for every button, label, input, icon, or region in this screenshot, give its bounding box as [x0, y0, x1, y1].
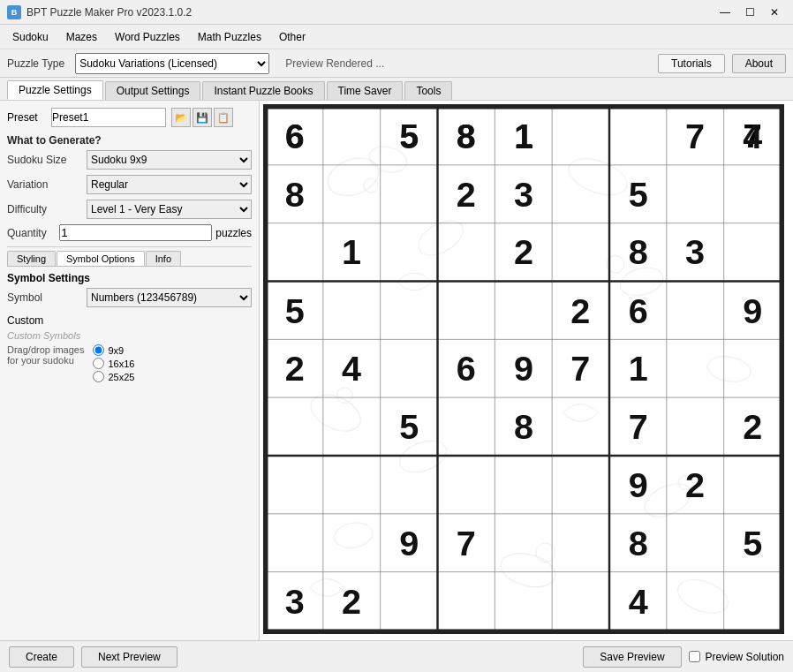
radio-input-16x16[interactable] — [93, 358, 104, 369]
svg-text:9: 9 — [399, 524, 419, 563]
svg-text:7: 7 — [629, 407, 648, 446]
svg-text:1: 1 — [629, 349, 648, 388]
tab-instant-puzzle-books[interactable]: Instant Puzzle Books — [202, 81, 324, 100]
variation-control: Regular — [87, 175, 252, 194]
radio-input-9x9[interactable] — [93, 344, 104, 356]
menu-mazes[interactable]: Mazes — [57, 27, 106, 47]
difficulty-control: Level 1 - Very Easy Level 2 - Easy Level… — [87, 200, 252, 219]
tab-time-saver[interactable]: Time Saver — [327, 81, 404, 100]
svg-text:3: 3 — [685, 232, 705, 271]
svg-text:4: 4 — [743, 117, 762, 155]
svg-text:5: 5 — [743, 524, 762, 563]
tab-puzzle-settings[interactable]: Puzzle Settings — [7, 80, 103, 100]
tutorials-button[interactable]: Tutorials — [658, 54, 725, 73]
bottombar: Create Next Preview Save Preview Preview… — [0, 640, 793, 672]
window-controls: — ☐ ✕ — [714, 4, 786, 21]
puzzle-type-select[interactable]: Sudoku Variations (Licensed) — [75, 53, 269, 74]
svg-text:2: 2 — [457, 175, 476, 214]
symbol-control: Numbers (123456789) — [87, 288, 252, 307]
sudoku-size-label: Sudoku Size — [7, 154, 87, 166]
close-button[interactable]: ✕ — [763, 4, 786, 21]
variation-label: Variation — [7, 178, 87, 191]
tab-output-settings[interactable]: Output Settings — [105, 81, 201, 100]
svg-text:8: 8 — [629, 524, 648, 563]
divider — [7, 246, 252, 247]
app-title: BPT Puzzle Maker Pro v2023.1.0.2 — [26, 6, 714, 19]
next-preview-button[interactable]: Next Preview — [81, 646, 177, 668]
svg-text:8: 8 — [514, 407, 533, 446]
drag-row: Drag/drop imagesfor your sudoku 9x9 16x1… — [7, 344, 252, 382]
svg-text:2: 2 — [743, 407, 762, 446]
svg-text:3: 3 — [285, 582, 305, 621]
preset-saveas-button[interactable]: 📋 — [214, 108, 233, 127]
svg-text:7: 7 — [685, 117, 705, 155]
svg-text:8: 8 — [457, 117, 476, 155]
menu-other[interactable]: Other — [270, 27, 314, 47]
svg-text:6: 6 — [285, 117, 305, 155]
preview-solution-checkbox[interactable] — [689, 651, 700, 662]
topbar: Puzzle Type Sudoku Variations (Licensed)… — [0, 49, 793, 78]
about-button[interactable]: About — [732, 54, 786, 73]
svg-text:2: 2 — [514, 232, 533, 271]
svg-text:4: 4 — [342, 349, 361, 388]
symbol-label: Symbol — [7, 291, 87, 304]
svg-text:8: 8 — [629, 232, 648, 271]
sudoku-size-select[interactable]: Sudoku 9x9 — [87, 150, 252, 170]
svg-text:8: 8 — [285, 175, 305, 214]
puzzles-text: puzzles — [215, 227, 252, 239]
svg-text:5: 5 — [285, 291, 305, 330]
sudoku-size-row: Sudoku Size Sudoku 9x9 — [7, 150, 252, 170]
svg-text:4: 4 — [629, 582, 648, 621]
radio-input-25x25[interactable] — [93, 371, 104, 382]
inner-tab-styling[interactable]: Styling — [7, 251, 56, 266]
variation-row: Variation Regular — [7, 175, 252, 194]
svg-text:2: 2 — [342, 582, 361, 621]
menu-math-puzzles[interactable]: Math Puzzles — [189, 27, 270, 47]
quantity-input[interactable] — [59, 224, 212, 241]
svg-text:2: 2 — [285, 349, 305, 388]
tab-tools[interactable]: Tools — [404, 81, 452, 100]
menu-sudoku[interactable]: Sudoku — [4, 27, 57, 47]
preset-save-button[interactable]: 💾 — [193, 108, 212, 127]
radio-9x9: 9x9 — [93, 344, 134, 356]
svg-text:3: 3 — [514, 175, 533, 214]
inner-tabs: Styling Symbol Options Info — [7, 251, 252, 267]
sudoku-grid: 6 5 8 1 7 7 6 5 8 1 7 4 — [263, 104, 784, 634]
difficulty-select[interactable]: Level 1 - Very Easy Level 2 - Easy Level… — [87, 200, 252, 219]
quantity-label: Quantity — [7, 227, 59, 239]
create-button[interactable]: Create — [9, 646, 74, 668]
svg-text:1: 1 — [342, 232, 361, 271]
svg-text:1: 1 — [514, 117, 533, 155]
main-area: Preset Preset1 📂 💾 📋 What to Generate? S… — [0, 101, 793, 640]
preset-open-button[interactable]: 📂 — [171, 108, 191, 127]
symbol-select[interactable]: Numbers (123456789) — [87, 288, 252, 307]
left-panel: Preset Preset1 📂 💾 📋 What to Generate? S… — [0, 101, 260, 640]
svg-text:5: 5 — [629, 175, 648, 214]
preview-solution-area: Preview Solution — [689, 651, 784, 663]
menubar: Sudoku Mazes Word Puzzles Math Puzzles O… — [0, 25, 793, 49]
svg-text:9: 9 — [743, 291, 762, 330]
variation-select[interactable]: Regular — [87, 175, 252, 194]
drag-drop-text: Drag/drop imagesfor your sudoku — [7, 344, 84, 366]
svg-text:5: 5 — [399, 117, 419, 155]
preview-solution-label: Preview Solution — [706, 651, 784, 663]
symbol-row: Symbol Numbers (123456789) — [7, 288, 252, 307]
maximize-button[interactable]: ☐ — [738, 4, 761, 21]
preset-input[interactable]: Preset1 — [51, 108, 166, 127]
svg-text:9: 9 — [514, 349, 533, 388]
radio-group: 9x9 16x16 25x25 — [93, 344, 134, 382]
quantity-row: Quantity puzzles — [7, 224, 252, 241]
svg-text:2: 2 — [685, 465, 705, 504]
preset-row: Preset Preset1 📂 💾 📋 — [7, 108, 252, 127]
menu-word-puzzles[interactable]: Word Puzzles — [106, 27, 189, 47]
svg-text:2: 2 — [570, 291, 590, 330]
inner-tab-symbol-options[interactable]: Symbol Options — [57, 251, 145, 266]
inner-tab-info[interactable]: Info — [146, 251, 181, 266]
preset-label: Preset — [7, 111, 51, 124]
radio-25x25: 25x25 — [93, 371, 134, 382]
minimize-button[interactable]: — — [714, 4, 736, 21]
app-icon: B — [7, 5, 21, 19]
svg-text:9: 9 — [629, 465, 648, 504]
save-preview-button[interactable]: Save Preview — [583, 646, 681, 668]
right-panel: 6 5 8 1 7 7 6 5 8 1 7 4 — [260, 101, 793, 640]
